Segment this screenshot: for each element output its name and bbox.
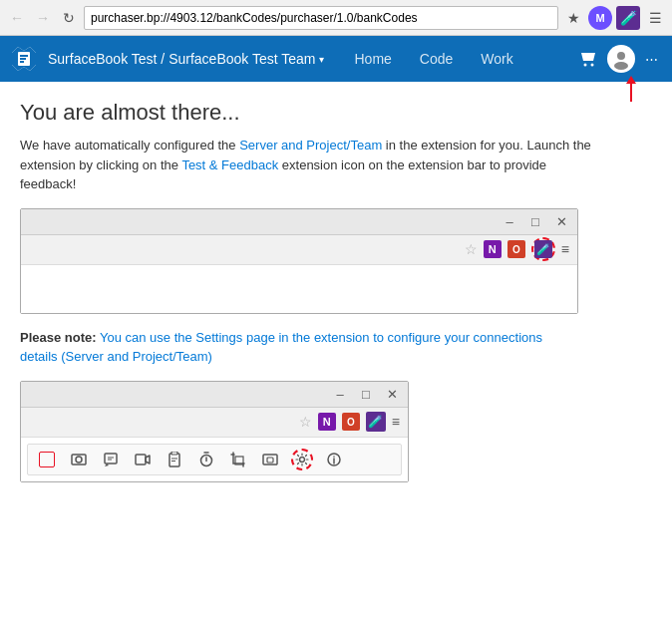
ext-menu-icon[interactable]: ≡ [392, 414, 400, 430]
vsts-user-avatar[interactable] [607, 45, 635, 73]
svg-point-4 [614, 62, 628, 70]
highlight-feedback: Test & Feedback [181, 157, 278, 172]
page-title: You are almost there... [20, 100, 652, 126]
vsts-navbar: SurfaceBook Test / SurfaceBook Test Team… [0, 36, 672, 82]
browser-chrome: ← → ↻ ★ M 🧪 ☰ [0, 0, 672, 36]
vsts-logo [10, 45, 38, 73]
ext-titlebar-close[interactable]: ✕ [384, 386, 400, 402]
svg-rect-7 [105, 454, 117, 464]
tool-draw-box[interactable] [36, 449, 58, 470]
titlebar-close[interactable]: ✕ [553, 213, 569, 229]
tool-timer[interactable] [195, 449, 217, 470]
ext-titlebar-minimize[interactable]: – [332, 386, 348, 402]
nav-link-code[interactable]: Code [406, 36, 467, 82]
svg-rect-9 [169, 454, 179, 466]
tool-note[interactable] [100, 449, 122, 470]
reload-button[interactable]: ↻ [58, 7, 80, 29]
main-description: We have automatically configured the Ser… [20, 136, 598, 194]
ext-onenote-icon[interactable]: N [318, 413, 336, 431]
nav-basket-icon[interactable] [575, 46, 601, 72]
svg-rect-8 [136, 455, 146, 464]
highlight-server: Server and Project/Team [239, 138, 382, 153]
onenote-icon[interactable]: N [484, 240, 502, 258]
titlebar-minimize[interactable]: – [502, 213, 517, 229]
note-body: You can use the Settings page in the ext… [20, 330, 542, 365]
svg-point-6 [76, 457, 82, 463]
nav-more-button[interactable]: ⋯ [641, 48, 662, 71]
mini-browser-content-area [21, 265, 577, 313]
office-icon[interactable]: O [507, 240, 525, 258]
svg-point-1 [584, 64, 587, 67]
tool-info[interactable] [323, 449, 345, 470]
toolbar-star-icon[interactable]: ☆ [465, 241, 478, 257]
flask-ext-circled[interactable]: 🧪 [531, 237, 555, 261]
toolbar-menu-icon[interactable]: ≡ [561, 241, 569, 257]
menu-button[interactable]: ☰ [644, 7, 666, 29]
extension-panel-mockup: – □ ✕ ☆ N O 🧪 ≡ [20, 381, 409, 482]
tool-screenshot[interactable] [68, 449, 90, 470]
svg-point-3 [617, 52, 625, 60]
draw-box-icon [39, 452, 55, 467]
svg-point-15 [300, 457, 305, 462]
nav-link-work[interactable]: Work [467, 36, 526, 82]
flask-icon-mini: 🧪 [534, 240, 552, 258]
main-content: You are almost there... We have automati… [0, 82, 672, 500]
project-chevron: ▾ [319, 54, 324, 65]
mini-browser-mockup: – □ ✕ ☆ N O 🧪 ≡ [20, 208, 578, 314]
ext-titlebar-restore[interactable]: □ [358, 386, 374, 402]
svg-rect-14 [267, 458, 273, 463]
back-button[interactable]: ← [6, 7, 28, 29]
mini-browser-toolbar: ☆ N O 🧪 ≡ [21, 235, 577, 265]
ext-panel-content [21, 438, 408, 481]
nav-link-home[interactable]: Home [340, 36, 405, 82]
tool-video[interactable] [132, 449, 154, 470]
ext-flask-icon[interactable]: 🧪 [366, 412, 386, 432]
note-bold-label: Please note: [20, 330, 97, 345]
svg-point-2 [591, 64, 594, 67]
tool-crop[interactable] [227, 449, 249, 470]
tool-screenshot-clip[interactable] [164, 449, 185, 470]
tool-screen-record[interactable] [259, 449, 281, 470]
ext-panel-titlebar: – □ ✕ [21, 382, 408, 408]
forward-button[interactable]: → [32, 7, 54, 29]
ext-panel-toolbar: ☆ N O 🧪 ≡ [21, 408, 408, 438]
mini-browser-titlebar: – □ ✕ [21, 209, 577, 235]
star-button[interactable]: ★ [562, 7, 584, 29]
tool-settings[interactable] [291, 449, 313, 470]
vsts-project-name[interactable]: SurfaceBook Test / SurfaceBook Test Team… [48, 51, 324, 67]
flask-extension-icon[interactable]: 🧪 [616, 6, 640, 30]
note-text: Please note: You can use the Settings pa… [20, 330, 542, 365]
titlebar-restore[interactable]: □ [527, 213, 543, 229]
note-section: Please note: You can use the Settings pa… [20, 328, 578, 367]
vsts-nav-links: Home Code Work [340, 36, 526, 82]
ext-tools-row [27, 444, 402, 475]
address-bar[interactable] [84, 6, 558, 30]
user-avatar-btn[interactable]: M [588, 6, 612, 30]
svg-rect-10 [171, 452, 177, 455]
ext-office-icon[interactable]: O [342, 413, 360, 431]
ext-toolbar-star[interactable]: ☆ [299, 414, 312, 430]
svg-point-17 [333, 456, 335, 458]
